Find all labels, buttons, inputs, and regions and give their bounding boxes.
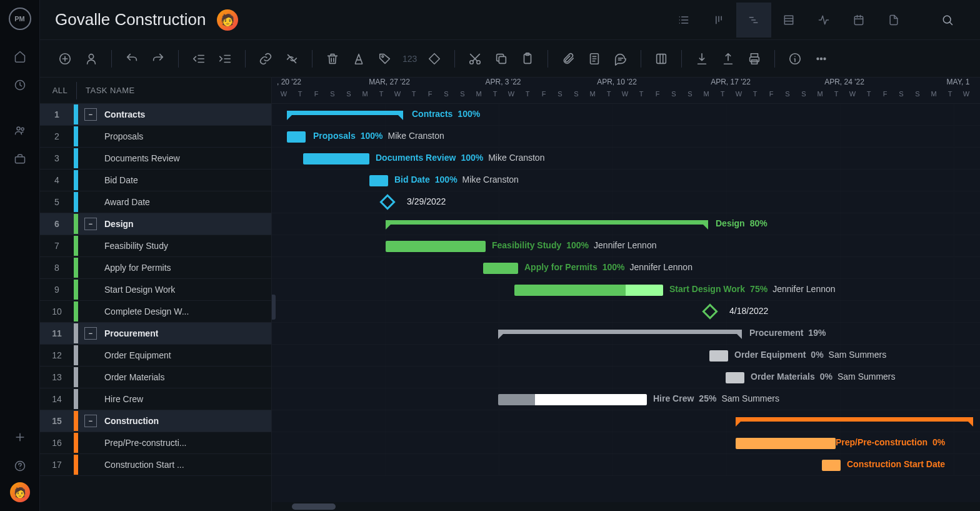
paste-icon[interactable] [516,48,539,70]
view-activity-icon[interactable] [806,3,841,38]
view-board-icon[interactable] [701,3,736,38]
view-list-icon[interactable] [666,3,701,38]
unlink-icon[interactable] [281,48,303,70]
clock-icon[interactable] [8,73,32,98]
summary-bar[interactable] [287,111,403,115]
bar-label: Hire Crew25%Sam Summers [653,393,779,403]
task-bar[interactable] [498,394,647,405]
comment-icon[interactable] [609,48,632,70]
color-indicator [74,389,78,409]
attach-icon[interactable] [557,48,579,70]
horizontal-scrollbar[interactable] [272,502,980,511]
task-bar[interactable] [726,372,744,383]
panel-resize-handle[interactable] [272,295,276,320]
task-bar[interactable] [736,438,836,449]
redo-icon[interactable] [147,48,169,70]
view-sheet-icon[interactable] [771,3,806,38]
briefcase-icon[interactable] [8,146,32,171]
color-indicator [74,280,78,300]
indent-icon[interactable] [214,48,236,70]
milestone-marker[interactable] [702,303,718,319]
scroll-thumb[interactable] [292,503,336,510]
help-icon[interactable] [8,453,32,478]
task-row[interactable]: 9 Start Design Work [40,279,271,301]
summary-bar[interactable] [736,417,973,422]
task-bar[interactable] [369,175,388,186]
collapse-icon[interactable]: − [84,218,97,230]
summary-bar[interactable] [498,330,742,334]
task-row[interactable]: 13 Order Materials [40,367,271,388]
project-owner-avatar[interactable]: 🧑 [217,9,238,31]
task-row[interactable]: 1 − Contracts [40,104,271,126]
task-name: Hire Crew [78,394,143,404]
add-task-icon[interactable] [54,48,76,70]
milestone-marker[interactable] [379,194,395,210]
task-row[interactable]: 7 Feasibility Study [40,235,271,257]
outdent-icon[interactable] [188,48,210,70]
info-icon[interactable] [784,48,806,70]
task-row[interactable]: 11 − Procurement [40,323,271,345]
timeline-date: MAY, 1 [947,78,970,86]
view-file-icon[interactable] [876,3,911,38]
tag-icon[interactable] [374,48,396,70]
col-all[interactable]: ALL [40,86,76,95]
task-row[interactable]: 4 Bid Date [40,169,271,191]
gantt-row: Construction Start Date [272,454,980,476]
task-row[interactable]: 8 Apply for Permits [40,257,271,279]
home-icon[interactable] [8,44,32,69]
gantt-chart[interactable]: Contracts100%Proposals100%Mike CranstonD… [272,104,980,476]
color-indicator [74,323,78,343]
collapse-icon[interactable]: − [84,108,97,121]
col-task-name[interactable]: TASK NAME [77,86,135,95]
task-row[interactable]: 10 Complete Design W... [40,301,271,323]
task-bar[interactable] [386,241,486,252]
export-icon[interactable] [717,48,739,70]
task-row[interactable]: 6 − Design [40,213,271,235]
link-icon[interactable] [254,48,277,70]
task-bar[interactable] [822,460,841,471]
task-bar[interactable] [287,131,306,143]
collapse-icon[interactable]: − [84,415,97,427]
collapse-icon[interactable]: − [84,327,97,340]
task-row[interactable]: 3 Documents Review [40,148,271,169]
assign-icon[interactable] [80,48,102,70]
task-bar[interactable] [514,285,663,296]
task-row[interactable]: 2 Proposals [40,126,271,148]
search-icon[interactable] [930,3,965,38]
user-avatar[interactable]: 🧑 [10,482,30,502]
task-row[interactable]: 15 − Construction [40,410,271,432]
task-row[interactable]: 14 Hire Crew [40,388,271,410]
view-calendar-icon[interactable] [841,3,876,38]
task-row[interactable]: 12 Order Equipment [40,345,271,367]
task-row[interactable]: 17 Construction Start ... [40,454,271,476]
milestone-icon[interactable] [423,48,446,70]
task-bar[interactable] [303,153,369,164]
task-row[interactable]: 16 Prep/Pre-constructi... [40,432,271,454]
notes-icon[interactable] [583,48,606,70]
task-bar[interactable] [483,263,518,274]
import-icon[interactable] [691,48,713,70]
bar-label: Procurement19% [749,328,826,338]
copy-icon[interactable] [490,48,512,70]
task-name: Order Materials [78,372,164,382]
more-icon[interactable] [810,48,832,70]
add-icon[interactable] [8,425,32,450]
text-style-icon[interactable] [348,48,370,70]
timeline-day: W [617,90,633,98]
nav-rail: PM 🧑 [0,0,40,511]
timeline-day: W [503,90,519,98]
view-gantt-icon[interactable] [736,3,771,38]
print-icon[interactable] [743,48,766,70]
task-row[interactable]: 5 Award Date [40,191,271,213]
color-indicator [74,433,78,453]
team-icon[interactable] [8,118,32,143]
row-number: 14 [40,394,74,404]
columns-icon[interactable] [650,48,672,70]
cut-icon[interactable] [464,48,486,70]
task-bar[interactable] [709,350,728,362]
delete-icon[interactable] [321,48,344,70]
undo-icon[interactable] [121,48,143,70]
summary-bar[interactable] [386,220,708,225]
timeline-day: T [373,90,389,98]
app-logo[interactable]: PM [9,8,31,30]
